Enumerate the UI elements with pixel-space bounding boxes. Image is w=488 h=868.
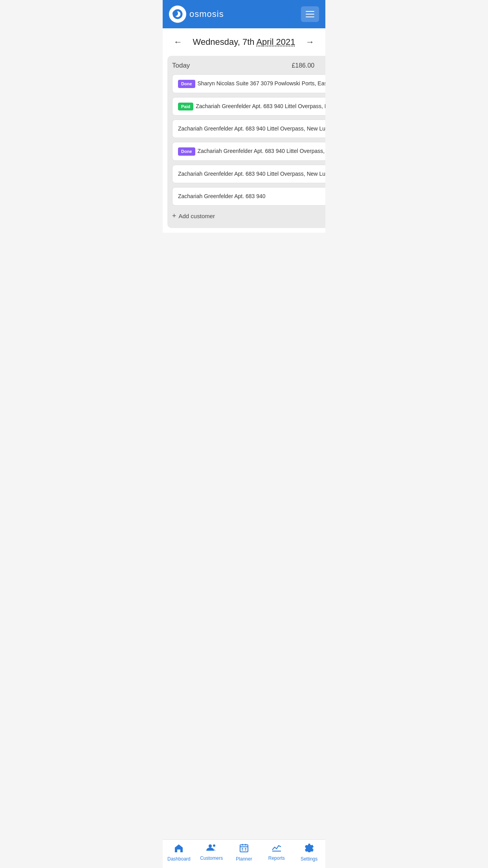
job-card-5[interactable]: Zachariah Greenfelder Apt. 683 940 Litte…: [172, 165, 325, 183]
job-card-3[interactable]: Zachariah Greenfelder Apt. 683 940 Litte…: [172, 120, 325, 138]
job-card-5-content: Zachariah Greenfelder Apt. 683 940 Litte…: [178, 170, 325, 178]
job-card-6[interactable]: Zachariah Greenfelder Apt. 683 940: [172, 187, 325, 206]
hamburger-line-2: [306, 14, 314, 15]
logo-area: osmosis: [169, 6, 224, 23]
job-card-2-content: PaidZachariah Greenfelder Apt. 683 940 L…: [178, 102, 325, 111]
bottom-spacer: [163, 233, 325, 264]
logo-text: osmosis: [189, 9, 224, 19]
job-card-4-text: Zachariah Greenfelder Apt. 683 940 Litte…: [198, 148, 326, 154]
badge-done-1: Done: [178, 80, 195, 88]
job-card-6-content: Zachariah Greenfelder Apt. 683 940: [178, 192, 325, 200]
column-today-title: Today: [172, 62, 190, 70]
date-prefix: Wednesday, 7th: [193, 37, 257, 47]
job-card-6-text: Zachariah Greenfelder Apt. 683 940: [178, 193, 266, 199]
add-customer-today-plus-icon: +: [172, 212, 176, 220]
job-card-3-text: Zachariah Greenfelder Apt. 683 940 Litte…: [178, 125, 325, 132]
columns-container: Today £186.00 ··· DoneSharyn Nicolas Sui…: [163, 56, 325, 233]
job-card-2-text: Zachariah Greenfelder Apt. 683 940 Litte…: [196, 103, 325, 109]
app-header: osmosis: [163, 0, 325, 28]
job-card-1-text: Sharyn Nicolas Suite 367 3079 Powlowski …: [198, 80, 326, 86]
date-title: Wednesday, 7th April 2021: [193, 37, 295, 47]
job-card-3-content: Zachariah Greenfelder Apt. 683 940 Litte…: [178, 125, 325, 133]
hamburger-line-1: [306, 11, 314, 12]
logo-icon: [169, 6, 186, 23]
prev-date-button[interactable]: ←: [171, 35, 185, 49]
add-customer-today-label: Add customer: [179, 213, 215, 219]
job-card-1[interactable]: DoneSharyn Nicolas Suite 367 3079 Powlow…: [172, 74, 325, 93]
job-card-5-text: Zachariah Greenfelder Apt. 683 940 Litte…: [178, 171, 325, 177]
date-navigation: ← Wednesday, 7th April 2021 →: [163, 28, 325, 56]
badge-paid-2: Paid: [178, 103, 193, 111]
column-today-header: Today £186.00 ···: [172, 61, 325, 70]
column-today: Today £186.00 ··· DoneSharyn Nicolas Sui…: [167, 56, 325, 228]
job-card-4[interactable]: DoneZachariah Greenfelder Apt. 683 940 L…: [172, 142, 325, 161]
hamburger-line-3: [306, 17, 314, 17]
column-today-amount: £186.00: [292, 62, 314, 69]
badge-done-4: Done: [178, 147, 195, 156]
job-card-1-content: DoneSharyn Nicolas Suite 367 3079 Powlow…: [178, 79, 325, 88]
hamburger-button[interactable]: [301, 6, 319, 22]
next-date-button[interactable]: →: [303, 35, 317, 49]
date-highlight: April 2021: [256, 37, 295, 47]
add-customer-today-button[interactable]: + Add customer: [172, 210, 325, 223]
job-card-2[interactable]: PaidZachariah Greenfelder Apt. 683 940 L…: [172, 97, 325, 116]
job-card-4-content: DoneZachariah Greenfelder Apt. 683 940 L…: [178, 147, 325, 156]
svg-point-2: [172, 11, 178, 16]
